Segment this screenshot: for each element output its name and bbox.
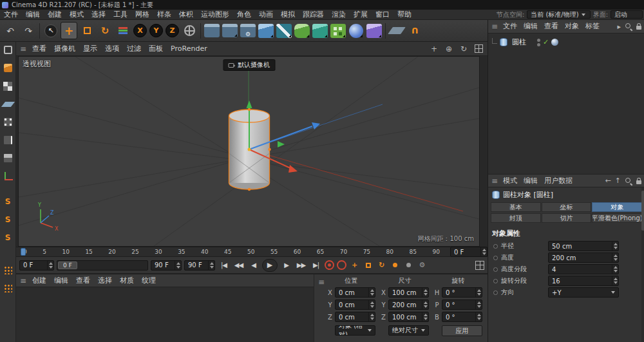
mat-menu-texture[interactable]: 纹理 <box>138 276 160 286</box>
texture-mode-button[interactable] <box>1 79 15 93</box>
record-keyframe-button[interactable] <box>325 260 334 270</box>
current-frame-spinner[interactable] <box>47 261 53 270</box>
next-key-button[interactable]: ▶▶ <box>295 260 307 271</box>
solo-off-button[interactable]: S <box>1 195 15 208</box>
position-x-field[interactable]: 0 cm <box>335 287 375 298</box>
polygons-mode-button[interactable] <box>1 151 15 165</box>
mat-menu-view[interactable]: 查看 <box>72 276 94 286</box>
phong-tag-icon[interactable] <box>551 39 558 46</box>
rotation-p-field[interactable]: 0 ° <box>442 299 482 310</box>
go-to-start-button[interactable]: |◀ <box>218 260 230 271</box>
tab-caps[interactable]: 封顶 <box>491 213 541 223</box>
attribute-menu-icon[interactable]: ≡ <box>491 176 498 185</box>
vp-menu-panel[interactable]: 面板 <box>145 44 167 54</box>
size-mode-dropdown[interactable]: 绝对尺寸 <box>388 325 429 336</box>
y-axis-lock[interactable]: Y <box>149 24 163 37</box>
tab-slice[interactable]: 切片 <box>542 213 592 223</box>
anim-dot-icon[interactable] <box>493 279 498 283</box>
grid-snap-button[interactable] <box>1 281 15 295</box>
current-frame-field[interactable]: 0 F <box>19 260 54 271</box>
editor-visibility-dot[interactable] <box>537 39 540 42</box>
playback-settings-button[interactable]: ⚙ <box>417 260 428 271</box>
coordinate-menu-icon[interactable]: ≡ <box>318 278 325 287</box>
anim-dot-icon[interactable] <box>493 244 498 249</box>
rotation-h-field[interactable]: 0 ° <box>442 287 482 298</box>
menu-select[interactable]: 选择 <box>88 10 109 20</box>
scrollbar-thumb[interactable] <box>641 191 644 231</box>
rotate-tool[interactable]: ↻ <box>97 22 113 39</box>
coordinate-system-toggle[interactable] <box>181 22 198 39</box>
coord-mode-dropdown[interactable]: 对象 (相对) <box>335 325 375 336</box>
z-axis-lock[interactable]: Z <box>166 24 179 37</box>
am-search-icon[interactable] <box>625 177 632 185</box>
vp-menu-cameras[interactable]: 摄像机 <box>50 44 79 54</box>
tab-basic[interactable]: 基本 <box>491 202 541 212</box>
menu-mesh[interactable]: 网格 <box>131 10 153 20</box>
om-lock-icon[interactable] <box>636 26 641 30</box>
quantize-button[interactable] <box>1 263 15 277</box>
menu-render[interactable]: 渲染 <box>328 10 350 20</box>
timeline-layout-icon[interactable] <box>475 261 484 270</box>
tab-phong[interactable]: 平滑着色(Phong) <box>592 213 642 223</box>
height-segments-spinner[interactable] <box>612 265 618 274</box>
key-rotation-toggle[interactable]: ↻ <box>376 260 387 271</box>
am-lock-icon[interactable] <box>636 180 641 184</box>
field-button[interactable] <box>348 22 365 39</box>
solo-hierarchy-button[interactable]: S <box>1 231 15 244</box>
previous-frame-button[interactable]: ◀ <box>247 260 260 271</box>
autokey-button[interactable] <box>337 260 346 270</box>
rotate-view-icon[interactable]: ↻ <box>459 44 469 54</box>
anim-dot-icon[interactable] <box>493 256 498 260</box>
cube-primitive-button[interactable] <box>258 22 274 39</box>
om-expand-icon[interactable]: ▸ <box>617 23 621 31</box>
deformer-button[interactable] <box>366 22 383 39</box>
rotation-b-spinner[interactable] <box>475 312 482 321</box>
visibility-dots[interactable] <box>537 39 540 46</box>
rotation-segments-spinner[interactable] <box>612 276 618 285</box>
orientation-dropdown[interactable]: +Y <box>548 287 619 298</box>
viewport[interactable]: Y X Z 透视视图 默认摄像机 网格间距：100 cm <box>18 56 480 247</box>
position-z-field[interactable]: 0 cm <box>335 312 375 322</box>
menu-animate[interactable]: 动画 <box>255 10 277 20</box>
am-menu-userdata[interactable]: 用户数据 <box>541 176 576 186</box>
timeline-end-spinner[interactable] <box>480 247 487 256</box>
workplane-mode-button[interactable] <box>1 97 15 111</box>
vp-menu-view[interactable]: 查看 <box>28 44 50 54</box>
edges-mode-button[interactable] <box>1 133 15 147</box>
menu-file[interactable]: 文件 <box>0 10 22 20</box>
menu-tracker[interactable]: 跟踪器 <box>299 10 328 20</box>
last-tool-psr[interactable] <box>115 22 131 39</box>
object-manager-menu-icon[interactable]: ≡ <box>491 22 498 31</box>
position-z-spinner[interactable] <box>368 312 375 321</box>
timeline-scrubber-handle[interactable] <box>21 248 26 256</box>
om-menu-edit[interactable]: 编辑 <box>520 21 541 32</box>
key-position-toggle[interactable]: + <box>349 260 360 271</box>
mat-menu-material[interactable]: 材质 <box>116 276 138 286</box>
zoom-view-icon[interactable]: ⊕ <box>444 44 454 54</box>
x-axis-lock[interactable]: X <box>133 24 147 37</box>
render-view-button[interactable] <box>204 22 220 39</box>
rotation-segments-field[interactable]: 16 <box>548 276 619 286</box>
key-parameter-toggle[interactable] <box>390 260 401 271</box>
tab-coordinates[interactable]: 坐标 <box>542 202 592 212</box>
menu-tools[interactable]: 工具 <box>109 10 131 20</box>
undo-icon[interactable]: ↶ <box>2 22 19 39</box>
vp-menu-options[interactable]: 选项 <box>101 44 123 54</box>
model-mode-button[interactable] <box>1 61 15 75</box>
menu-extensions[interactable]: 扩展 <box>350 10 372 20</box>
menu-mode[interactable]: 模式 <box>66 10 88 20</box>
object-manager[interactable]: 圆柱 ✓ <box>488 33 644 174</box>
om-menu-view[interactable]: 查看 <box>541 21 562 32</box>
scale-tool[interactable] <box>79 22 95 39</box>
om-search-icon[interactable] <box>625 23 632 30</box>
subdivision-surface-button[interactable] <box>294 22 310 39</box>
radius-field[interactable]: 50 cm <box>548 241 619 251</box>
pan-view-icon[interactable]: + <box>429 44 439 54</box>
range-end-spinner[interactable] <box>175 261 181 270</box>
vp-menu-prorender[interactable]: ProRender <box>167 44 211 54</box>
om-menu-tags[interactable]: 标签 <box>582 21 603 32</box>
menu-edit[interactable]: 编辑 <box>22 10 44 20</box>
volume-builder-button[interactable] <box>312 22 328 39</box>
object-enabled-check[interactable]: ✓ <box>543 38 549 46</box>
node-space-dropdown[interactable]: 当前 (标准/物理) <box>527 10 590 19</box>
